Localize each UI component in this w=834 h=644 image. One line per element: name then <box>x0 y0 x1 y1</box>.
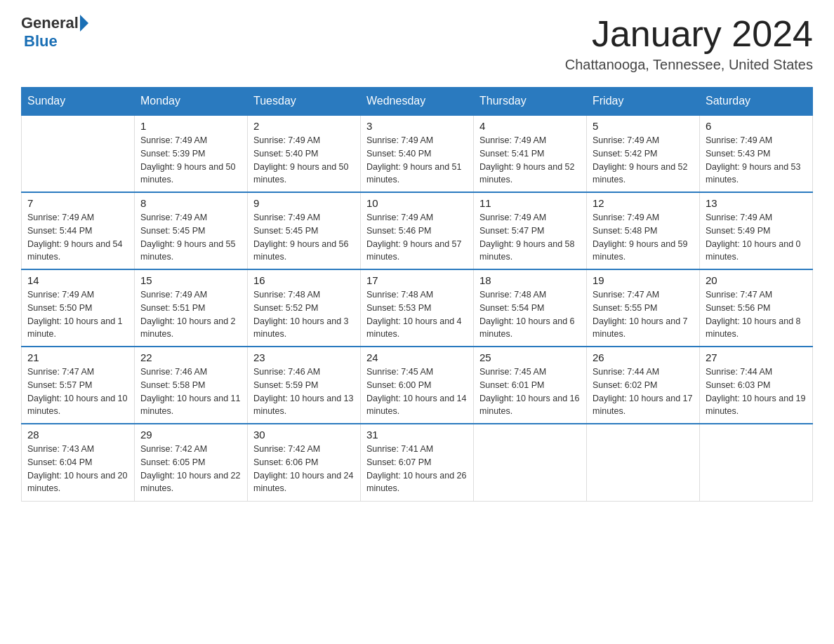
weekday-header-wednesday: Wednesday <box>361 88 474 116</box>
day-info: Sunrise: 7:47 AMSunset: 5:55 PMDaylight:… <box>593 288 694 341</box>
day-number: 2 <box>253 120 355 132</box>
day-info: Sunrise: 7:46 AMSunset: 5:59 PMDaylight:… <box>253 365 355 418</box>
calendar-cell: 6Sunrise: 7:49 AMSunset: 5:43 PMDaylight… <box>700 115 813 192</box>
day-number: 13 <box>706 197 807 209</box>
day-number: 14 <box>27 274 128 286</box>
day-number: 29 <box>140 429 241 441</box>
day-info: Sunrise: 7:49 AMSunset: 5:42 PMDaylight:… <box>593 134 694 187</box>
day-info: Sunrise: 7:46 AMSunset: 5:58 PMDaylight:… <box>140 365 241 418</box>
calendar-cell: 5Sunrise: 7:49 AMSunset: 5:42 PMDaylight… <box>587 115 700 192</box>
calendar-cell: 20Sunrise: 7:47 AMSunset: 5:56 PMDayligh… <box>700 269 813 347</box>
day-info: Sunrise: 7:43 AMSunset: 6:04 PMDaylight:… <box>27 443 128 495</box>
weekday-header-tuesday: Tuesday <box>248 88 361 116</box>
day-number: 28 <box>27 429 128 441</box>
calendar-cell: 17Sunrise: 7:48 AMSunset: 5:53 PMDayligh… <box>361 269 474 347</box>
day-info: Sunrise: 7:49 AMSunset: 5:39 PMDaylight:… <box>140 134 241 187</box>
day-info: Sunrise: 7:49 AMSunset: 5:50 PMDaylight:… <box>27 288 128 341</box>
calendar-cell: 21Sunrise: 7:47 AMSunset: 5:57 PMDayligh… <box>22 347 135 424</box>
day-info: Sunrise: 7:44 AMSunset: 6:02 PMDaylight:… <box>593 365 694 418</box>
calendar-cell: 10Sunrise: 7:49 AMSunset: 5:46 PMDayligh… <box>361 192 474 269</box>
day-info: Sunrise: 7:45 AMSunset: 6:01 PMDaylight:… <box>479 365 581 418</box>
calendar-cell: 30Sunrise: 7:42 AMSunset: 6:06 PMDayligh… <box>248 424 361 501</box>
weekday-header-sunday: Sunday <box>22 88 135 116</box>
day-info: Sunrise: 7:49 AMSunset: 5:40 PMDaylight:… <box>253 134 355 187</box>
calendar-cell: 24Sunrise: 7:45 AMSunset: 6:00 PMDayligh… <box>361 347 474 424</box>
month-title: January 2024 <box>565 14 813 54</box>
calendar-week-2: 7Sunrise: 7:49 AMSunset: 5:44 PMDaylight… <box>22 192 813 269</box>
day-number: 22 <box>140 351 241 363</box>
calendar-week-5: 28Sunrise: 7:43 AMSunset: 6:04 PMDayligh… <box>22 424 813 501</box>
calendar-cell: 11Sunrise: 7:49 AMSunset: 5:47 PMDayligh… <box>474 192 587 269</box>
calendar-cell: 13Sunrise: 7:49 AMSunset: 5:49 PMDayligh… <box>700 192 813 269</box>
weekday-header-saturday: Saturday <box>700 88 813 116</box>
day-info: Sunrise: 7:41 AMSunset: 6:07 PMDaylight:… <box>366 443 468 495</box>
day-info: Sunrise: 7:49 AMSunset: 5:41 PMDaylight:… <box>479 134 581 187</box>
day-info: Sunrise: 7:45 AMSunset: 6:00 PMDaylight:… <box>366 365 468 418</box>
calendar-cell: 25Sunrise: 7:45 AMSunset: 6:01 PMDayligh… <box>474 347 587 424</box>
day-info: Sunrise: 7:48 AMSunset: 5:53 PMDaylight:… <box>366 288 468 341</box>
calendar-cell: 27Sunrise: 7:44 AMSunset: 6:03 PMDayligh… <box>700 347 813 424</box>
day-info: Sunrise: 7:49 AMSunset: 5:43 PMDaylight:… <box>706 134 807 187</box>
day-info: Sunrise: 7:49 AMSunset: 5:49 PMDaylight:… <box>706 211 807 264</box>
day-number: 1 <box>140 120 241 132</box>
day-number: 31 <box>366 429 468 441</box>
calendar-cell: 14Sunrise: 7:49 AMSunset: 5:50 PMDayligh… <box>22 269 135 347</box>
calendar-cell: 18Sunrise: 7:48 AMSunset: 5:54 PMDayligh… <box>474 269 587 347</box>
calendar-cell <box>700 424 813 501</box>
calendar-body: 1Sunrise: 7:49 AMSunset: 5:39 PMDaylight… <box>22 115 813 501</box>
title-section: January 2024 Chattanooga, Tennessee, Uni… <box>565 14 813 73</box>
calendar-cell: 7Sunrise: 7:49 AMSunset: 5:44 PMDaylight… <box>22 192 135 269</box>
day-number: 3 <box>366 120 468 132</box>
logo: General Blue <box>21 14 88 51</box>
calendar-cell: 3Sunrise: 7:49 AMSunset: 5:40 PMDaylight… <box>361 115 474 192</box>
day-number: 6 <box>706 120 807 132</box>
location-subtitle: Chattanooga, Tennessee, United States <box>565 57 813 73</box>
calendar-cell: 2Sunrise: 7:49 AMSunset: 5:40 PMDaylight… <box>248 115 361 192</box>
day-number: 8 <box>140 197 241 209</box>
calendar-table: SundayMondayTuesdayWednesdayThursdayFrid… <box>21 87 813 502</box>
day-number: 16 <box>253 274 355 286</box>
logo-blue-text: Blue <box>24 32 58 50</box>
calendar-cell <box>474 424 587 501</box>
day-info: Sunrise: 7:42 AMSunset: 6:06 PMDaylight:… <box>253 443 355 495</box>
day-info: Sunrise: 7:49 AMSunset: 5:40 PMDaylight:… <box>366 134 468 187</box>
day-info: Sunrise: 7:47 AMSunset: 5:56 PMDaylight:… <box>706 288 807 341</box>
calendar-cell: 28Sunrise: 7:43 AMSunset: 6:04 PMDayligh… <box>22 424 135 501</box>
day-info: Sunrise: 7:48 AMSunset: 5:54 PMDaylight:… <box>479 288 581 341</box>
day-number: 11 <box>479 197 581 209</box>
day-info: Sunrise: 7:49 AMSunset: 5:45 PMDaylight:… <box>253 211 355 264</box>
calendar-week-3: 14Sunrise: 7:49 AMSunset: 5:50 PMDayligh… <box>22 269 813 347</box>
day-number: 30 <box>253 429 355 441</box>
calendar-cell <box>22 115 135 192</box>
weekday-header-friday: Friday <box>587 88 700 116</box>
day-number: 24 <box>366 351 468 363</box>
calendar-cell: 15Sunrise: 7:49 AMSunset: 5:51 PMDayligh… <box>135 269 248 347</box>
day-info: Sunrise: 7:49 AMSunset: 5:48 PMDaylight:… <box>593 211 694 264</box>
logo-general-text: General <box>21 14 79 32</box>
day-info: Sunrise: 7:49 AMSunset: 5:51 PMDaylight:… <box>140 288 241 341</box>
day-info: Sunrise: 7:48 AMSunset: 5:52 PMDaylight:… <box>253 288 355 341</box>
day-number: 7 <box>27 197 128 209</box>
calendar-cell: 12Sunrise: 7:49 AMSunset: 5:48 PMDayligh… <box>587 192 700 269</box>
calendar-cell: 4Sunrise: 7:49 AMSunset: 5:41 PMDaylight… <box>474 115 587 192</box>
day-number: 21 <box>27 351 128 363</box>
calendar-cell: 29Sunrise: 7:42 AMSunset: 6:05 PMDayligh… <box>135 424 248 501</box>
day-number: 25 <box>479 351 581 363</box>
day-number: 12 <box>593 197 694 209</box>
day-number: 20 <box>706 274 807 286</box>
weekday-header-thursday: Thursday <box>474 88 587 116</box>
calendar-cell <box>587 424 700 501</box>
calendar-cell: 26Sunrise: 7:44 AMSunset: 6:02 PMDayligh… <box>587 347 700 424</box>
calendar-week-4: 21Sunrise: 7:47 AMSunset: 5:57 PMDayligh… <box>22 347 813 424</box>
day-info: Sunrise: 7:49 AMSunset: 5:46 PMDaylight:… <box>366 211 468 264</box>
day-number: 10 <box>366 197 468 209</box>
calendar-cell: 31Sunrise: 7:41 AMSunset: 6:07 PMDayligh… <box>361 424 474 501</box>
day-number: 26 <box>593 351 694 363</box>
day-number: 18 <box>479 274 581 286</box>
day-number: 27 <box>706 351 807 363</box>
calendar-week-1: 1Sunrise: 7:49 AMSunset: 5:39 PMDaylight… <box>22 115 813 192</box>
day-number: 15 <box>140 274 241 286</box>
logo-arrow-icon <box>80 15 88 32</box>
day-number: 17 <box>366 274 468 286</box>
day-number: 5 <box>593 120 694 132</box>
